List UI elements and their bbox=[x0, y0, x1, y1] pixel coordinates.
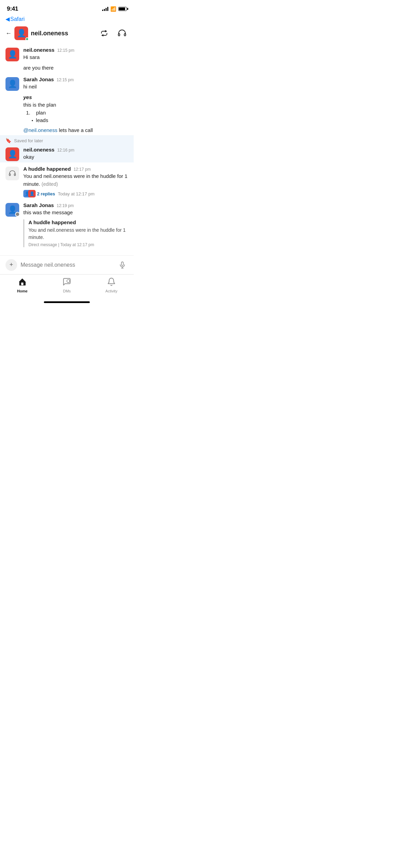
tab-dms-label: DMs bbox=[63, 289, 71, 293]
nav-avatar: 👤 bbox=[14, 26, 28, 40]
mention-text: @neil.oneness bbox=[23, 127, 57, 133]
message-text: lets have a call bbox=[57, 127, 93, 133]
nav-username: neil.oneness bbox=[31, 30, 68, 37]
sender-name: neil.oneness bbox=[23, 147, 54, 153]
avatar: 👤 bbox=[5, 77, 19, 91]
headphone-icon bbox=[9, 170, 16, 177]
home-icon bbox=[18, 277, 27, 288]
avatar-person-icon: 👤 bbox=[8, 80, 17, 88]
reply-avatar: 👤 bbox=[28, 190, 36, 197]
tab-home-label: Home bbox=[17, 289, 28, 293]
svg-rect-1 bbox=[124, 34, 126, 36]
mention-line: @neil.oneness lets have a call bbox=[23, 126, 128, 134]
reply-avatars: 👤 👤 bbox=[23, 190, 34, 197]
chat-icon bbox=[62, 277, 71, 286]
saved-banner: 🔖 Saved for later bbox=[0, 135, 134, 145]
avatar: 👤 bbox=[5, 203, 19, 217]
message-header: Sarah Jonas 12:19 pm bbox=[23, 202, 128, 208]
sender-name: neil.oneness bbox=[23, 47, 54, 53]
status-time: 9:41 bbox=[7, 5, 18, 12]
avatar bbox=[5, 167, 19, 180]
avatar: 👤 bbox=[5, 147, 19, 161]
chat-area: 👤 neil.oneness 12:15 pm Hi sara are you … bbox=[0, 43, 134, 255]
battery-icon bbox=[118, 7, 127, 11]
message-group: 👤 Sarah Jonas 12:15 pm hi neil yes this … bbox=[0, 73, 134, 135]
bookmark-icon: 🔖 bbox=[5, 138, 11, 143]
avatar-col: 👤 bbox=[5, 47, 19, 72]
list-item: 1. plan bbox=[26, 109, 128, 117]
message-group: 👤 Sarah Jonas 12:19 pm this was the mess… bbox=[0, 199, 134, 253]
message-content: Sarah Jonas 12:19 pm this was the messag… bbox=[23, 202, 128, 247]
reshare-icon bbox=[100, 29, 108, 37]
safari-bar[interactable]: ◀ Safari bbox=[0, 15, 134, 24]
back-chevron-icon: ◀ bbox=[5, 16, 10, 22]
microphone-button[interactable] bbox=[117, 259, 128, 271]
tab-activity[interactable]: Activity bbox=[99, 277, 123, 293]
message-header: neil.oneness 12:16 pm bbox=[23, 147, 128, 153]
status-dot bbox=[15, 212, 20, 217]
message-header: neil.oneness 12:15 pm bbox=[23, 47, 128, 53]
wifi-icon: 📶 bbox=[110, 6, 116, 12]
timestamp: 12:17 pm bbox=[74, 167, 91, 172]
message-content: A huddle happened 12:17 pm You and neil.… bbox=[23, 166, 128, 197]
timestamp: 12:15 pm bbox=[57, 48, 74, 53]
avatar-col bbox=[5, 166, 19, 197]
message-content: neil.oneness 12:16 pm okay bbox=[23, 147, 128, 161]
reply-count[interactable]: 2 replies bbox=[37, 191, 55, 196]
add-button[interactable]: + bbox=[5, 259, 17, 271]
timestamp: 12:16 pm bbox=[57, 148, 74, 153]
quote-title: A huddle happened bbox=[28, 219, 128, 225]
message-text: You and neil.oneness were in the huddle … bbox=[23, 172, 128, 188]
edited-label: (edited) bbox=[41, 181, 58, 187]
list-container: 1. plan ● leads bbox=[23, 109, 128, 124]
svg-rect-4 bbox=[121, 262, 123, 265]
bell-icon bbox=[107, 277, 116, 286]
tab-bar: Home DMs Activity bbox=[0, 274, 134, 300]
thread-replies: 👤 👤 2 replies Today at 12:17 pm bbox=[23, 190, 128, 197]
svg-rect-2 bbox=[9, 174, 11, 176]
svg-rect-0 bbox=[118, 34, 120, 36]
nav-left: ← 👤 neil.oneness bbox=[5, 26, 68, 40]
back-button[interactable]: ← bbox=[5, 30, 12, 37]
sender-name: Sarah Jonas bbox=[23, 202, 54, 208]
svg-rect-3 bbox=[14, 174, 16, 176]
timestamp: 12:15 pm bbox=[57, 77, 74, 82]
timestamp: 12:19 pm bbox=[57, 203, 74, 208]
avatar: 👤 bbox=[5, 48, 19, 61]
sender-name: A huddle happened bbox=[23, 166, 71, 172]
avatar-col: 👤 bbox=[5, 76, 19, 134]
sender-name: Sarah Jonas bbox=[23, 76, 54, 82]
message-input-bar: + bbox=[0, 255, 134, 274]
svg-rect-7 bbox=[21, 282, 24, 285]
dms-icon bbox=[62, 277, 71, 288]
message-input[interactable] bbox=[21, 262, 113, 268]
avatar-person-icon: 👤 bbox=[8, 150, 17, 159]
tab-home[interactable]: Home bbox=[10, 277, 34, 293]
message-content: neil.oneness 12:15 pm Hi sara are you th… bbox=[23, 47, 128, 72]
quote-meta: Direct message | Today at 12:17 pm bbox=[28, 242, 128, 247]
avatar-person-icon: 👤 bbox=[17, 29, 26, 38]
tab-dms[interactable]: DMs bbox=[55, 277, 79, 293]
message-text: this is the plan bbox=[23, 101, 128, 109]
message-text: Hi sara bbox=[23, 53, 128, 61]
home-indicator-bar bbox=[0, 301, 134, 306]
message-content: Sarah Jonas 12:15 pm hi neil yes this is… bbox=[23, 76, 128, 134]
saved-text: Saved for later bbox=[14, 138, 43, 143]
headphone-button[interactable] bbox=[116, 27, 128, 39]
safari-back-button[interactable]: ◀ Safari bbox=[5, 16, 25, 22]
reply-time: Today at 12:17 pm bbox=[58, 191, 95, 196]
status-bar: 9:41 📶 bbox=[0, 0, 134, 15]
house-icon bbox=[18, 277, 27, 286]
message-header: A huddle happened 12:17 pm bbox=[23, 166, 128, 172]
avatar-col: 👤 bbox=[5, 147, 19, 161]
status-icons: 📶 bbox=[102, 6, 127, 12]
message-group: A huddle happened 12:17 pm You and neil.… bbox=[0, 162, 134, 199]
reshare-button[interactable] bbox=[98, 27, 110, 39]
message-text: are you there bbox=[23, 64, 128, 72]
list-item: leads bbox=[36, 117, 48, 124]
tab-activity-label: Activity bbox=[106, 289, 118, 293]
message-header: Sarah Jonas 12:15 pm bbox=[23, 76, 128, 82]
message-group: 👤 neil.oneness 12:15 pm Hi sara are you … bbox=[0, 46, 134, 73]
activity-icon bbox=[107, 277, 116, 288]
nav-bar: ← 👤 neil.oneness bbox=[0, 24, 134, 43]
